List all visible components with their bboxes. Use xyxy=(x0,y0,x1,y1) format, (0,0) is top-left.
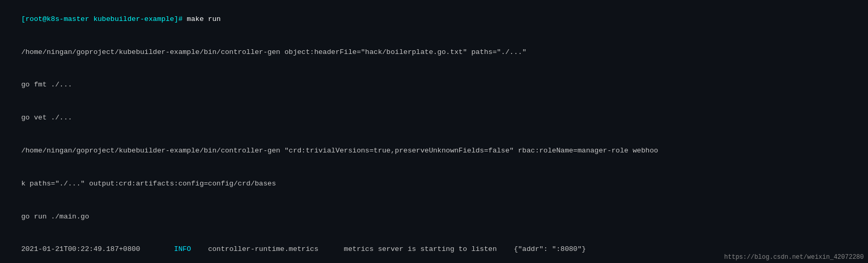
line-1: [root@k8s-master kubebuilder-example]# m… xyxy=(4,3,864,36)
prompt: [root@k8s-master kubebuilder-example]# xyxy=(21,15,187,23)
line-7: go run ./main.go xyxy=(4,201,864,234)
line-5: /home/ningan/goproject/kubebuilder-examp… xyxy=(4,135,864,168)
url-bar: https://blog.csdn.net/weixin_42072280 xyxy=(724,254,864,261)
command: make run xyxy=(187,15,221,23)
line-4: go vet ./... xyxy=(4,102,864,135)
line-2: /home/ningan/goproject/kubebuilder-examp… xyxy=(4,36,864,69)
line-3: go fmt ./... xyxy=(4,69,864,102)
line-6: k paths="./..." output:crd:artifacts:con… xyxy=(4,168,864,201)
terminal: [root@k8s-master kubebuilder-example]# m… xyxy=(0,0,868,263)
